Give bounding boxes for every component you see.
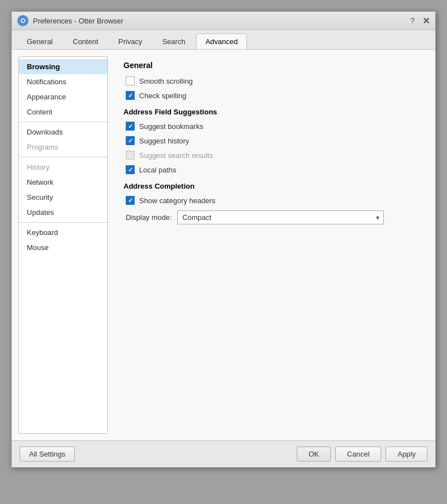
display-mode-row: Display mode: Compact Full Minimal [123, 210, 420, 224]
title-left: O Preferences - Otter Browser [17, 15, 123, 26]
sidebar-item-security[interactable]: Security [19, 190, 107, 205]
title-bar: O Preferences - Otter Browser ? ✕ [12, 12, 435, 30]
tab-advanced[interactable]: Advanced [196, 33, 248, 49]
suggest-bookmarks-row: Suggest bookmarks [123, 122, 420, 131]
suggest-search-row: Suggest search results [123, 151, 420, 160]
show-category-headers-checkbox[interactable] [126, 196, 135, 205]
sidebar-group-4: Keyboard Mouse [19, 223, 107, 257]
suggest-history-checkbox[interactable] [126, 136, 135, 145]
title-controls: ? ✕ [410, 16, 430, 26]
suggest-history-label: Suggest history [139, 137, 189, 145]
sidebar: Browsing Notifications Appearance Conten… [18, 56, 108, 434]
address-completion-title: Address Completion [123, 182, 420, 190]
sidebar-item-content[interactable]: Content [19, 104, 107, 119]
sidebar-item-updates[interactable]: Updates [19, 205, 107, 220]
suggest-search-label: Suggest search results [139, 151, 213, 160]
sidebar-item-appearance[interactable]: Appearance [19, 89, 107, 104]
preferences-window: O Preferences - Otter Browser ? ✕ Genera… [11, 11, 436, 468]
window-title: Preferences - Otter Browser [33, 17, 123, 25]
sidebar-item-mouse[interactable]: Mouse [19, 240, 107, 255]
check-spelling-label: Check spelling [139, 92, 187, 100]
ok-button[interactable]: OK [297, 447, 331, 462]
suggest-search-checkbox [126, 151, 135, 160]
help-button[interactable]: ? [410, 16, 415, 25]
tab-bar: General Content Privacy Search Advanced [12, 30, 435, 50]
check-spelling-row: Check spelling [123, 91, 420, 100]
footer-right: OK Cancel Apply [297, 447, 427, 462]
tab-privacy[interactable]: Privacy [109, 33, 152, 49]
local-paths-label: Local paths [139, 166, 177, 174]
tab-search[interactable]: Search [153, 33, 194, 49]
apply-button[interactable]: Apply [386, 447, 427, 462]
display-mode-select[interactable]: Compact Full Minimal [177, 210, 384, 224]
tab-general[interactable]: General [17, 33, 62, 49]
sidebar-item-programs: Programs [19, 140, 107, 155]
sidebar-group-2: Downloads Programs [19, 122, 107, 157]
suggest-history-row: Suggest history [123, 136, 420, 145]
address-suggestions-title: Address Field Suggestions [123, 108, 420, 116]
display-mode-select-wrapper[interactable]: Compact Full Minimal [177, 210, 384, 224]
local-paths-row: Local paths [123, 165, 420, 174]
smooth-scrolling-label: Smooth scrolling [139, 77, 193, 85]
all-settings-button[interactable]: All Settings [20, 447, 75, 462]
local-paths-checkbox[interactable] [126, 165, 135, 174]
cancel-button[interactable]: Cancel [335, 447, 381, 462]
sidebar-item-history: History [19, 160, 107, 175]
app-icon: O [17, 15, 28, 26]
content-area: Browsing Notifications Appearance Conten… [12, 50, 435, 440]
suggest-bookmarks-checkbox[interactable] [126, 122, 135, 131]
smooth-scrolling-checkbox[interactable] [126, 76, 135, 85]
show-category-headers-label: Show category headers [139, 196, 216, 205]
sidebar-item-keyboard[interactable]: Keyboard [19, 225, 107, 240]
sidebar-item-network[interactable]: Network [19, 175, 107, 190]
general-section-title: General [123, 61, 420, 70]
check-spelling-checkbox[interactable] [126, 91, 135, 100]
footer: All Settings OK Cancel Apply [12, 440, 435, 467]
display-mode-label: Display mode: [126, 213, 172, 222]
sidebar-item-notifications[interactable]: Notifications [19, 74, 107, 89]
smooth-scrolling-row: Smooth scrolling [123, 76, 420, 85]
sidebar-item-browsing[interactable]: Browsing [19, 59, 107, 74]
footer-left: All Settings [20, 447, 75, 462]
main-panel: General Smooth scrolling Check spelling … [115, 56, 429, 434]
tab-content[interactable]: Content [63, 33, 108, 49]
sidebar-group-3: History Network Security Updates [19, 157, 107, 223]
show-category-headers-row: Show category headers [123, 196, 420, 205]
sidebar-group-1: Browsing Notifications Appearance Conten… [19, 57, 107, 122]
sidebar-item-downloads[interactable]: Downloads [19, 124, 107, 140]
suggest-bookmarks-label: Suggest bookmarks [139, 122, 203, 131]
close-button[interactable]: ✕ [422, 16, 430, 26]
